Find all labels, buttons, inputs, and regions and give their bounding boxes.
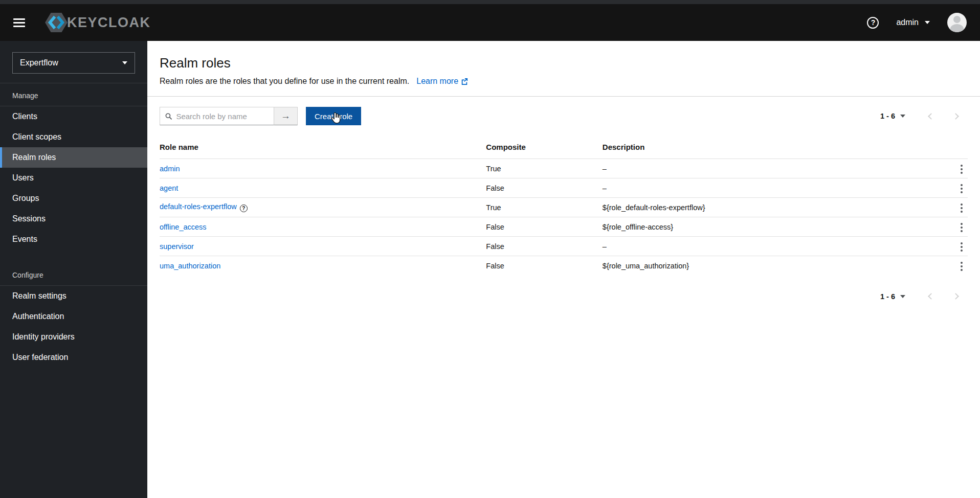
user-menu-button[interactable]: admin [896,18,930,27]
search-icon [165,112,172,120]
pagination-next-button[interactable] [943,289,968,304]
sidebar-item-clients[interactable]: Clients [0,106,147,127]
chevron-left-icon [928,293,934,300]
sidebar-item-client-scopes[interactable]: Client scopes [0,127,147,147]
row-kebab-menu[interactable] [955,162,968,177]
create-role-button[interactable]: Create role [306,107,361,125]
composite-value: False [486,256,603,276]
search-submit-button[interactable]: → [274,107,298,125]
chevron-right-icon [952,293,959,300]
search-input[interactable] [176,112,269,121]
help-icon[interactable]: ? [240,205,248,212]
brand-text: KEYCLOAK [67,15,151,31]
hamburger-menu-icon[interactable] [13,18,25,27]
description-value: – [603,178,927,198]
sidebar-item-groups[interactable]: Groups [0,188,147,209]
row-kebab-menu[interactable] [955,220,968,235]
realm-selector[interactable]: Expertflow [12,52,135,74]
realm-name: Expertflow [20,58,58,67]
pagination-range: 1 - 6 [880,292,895,301]
window-top-strip [0,0,980,4]
username-label: admin [896,18,919,27]
keycloak-logo-icon [44,12,68,33]
composite-value: False [486,237,603,256]
pagination-range: 1 - 6 [880,112,895,120]
main-content: Realm roles Realm roles are the roles th… [147,41,980,498]
table-row: default-roles-expertflow? True ${role_de… [160,198,968,217]
description-value: ${role_default-roles-expertflow} [603,198,927,217]
table-row: supervisor False – [160,237,968,256]
role-link-admin[interactable]: admin [160,165,180,173]
sidebar-item-authentication[interactable]: Authentication [0,306,147,327]
nav-section-configure-label: Configure [0,263,147,285]
sidebar-item-realm-roles[interactable]: Realm roles [0,147,147,168]
column-header-actions [927,139,968,159]
composite-value: True [486,159,603,178]
role-link-supervisor[interactable]: supervisor [160,242,194,251]
pagination-next-button[interactable] [943,108,968,124]
row-kebab-menu[interactable] [955,259,968,274]
chevron-right-icon [952,113,959,120]
row-kebab-menu[interactable] [955,181,968,196]
table-row: agent False – [160,178,968,198]
page-title: Realm roles [160,55,968,71]
page-header: Realm roles Realm roles are the roles th… [147,41,980,96]
pagination-bottom: 1 - 6 [880,289,968,304]
composite-value: False [486,178,603,198]
chevron-down-icon [900,115,905,118]
column-header-composite: Composite [486,139,603,159]
sidebar-item-user-federation[interactable]: User federation [0,347,147,368]
role-link-default-roles[interactable]: default-roles-expertflow [160,202,237,211]
description-value: – [603,159,927,178]
sidebar-item-users[interactable]: Users [0,168,147,188]
sidebar-item-events[interactable]: Events [0,229,147,250]
chevron-left-icon [928,113,934,120]
chevron-down-icon [900,295,905,298]
learn-more-label: Learn more [416,77,458,86]
keycloak-logo: KEYCLOAK [44,12,151,33]
help-icon[interactable]: ? [867,17,879,29]
create-role-label: Create role [315,112,352,121]
realm-roles-table: Role name Composite Description admin Tr… [160,139,968,276]
description-value: – [603,237,927,256]
page-description: Realm roles are the roles that you defin… [160,77,409,86]
search-box[interactable] [160,107,274,125]
roles-section: → Create role 1 - 6 [147,97,980,314]
description-value: ${role_uma_authorization} [603,256,927,276]
roles-toolbar: → Create role 1 - 6 [160,107,968,125]
chevron-down-icon [122,61,127,64]
external-link-icon [461,78,468,85]
pagination-prev-button[interactable] [919,108,943,124]
sidebar-item-identity-providers[interactable]: Identity providers [0,327,147,347]
topbar: KEYCLOAK ? admin [0,4,980,41]
nav-section-manage-label: Manage [0,83,147,106]
pagination-top: 1 - 6 [880,108,968,124]
chevron-down-icon [925,21,930,24]
column-header-role-name: Role name [160,139,486,159]
avatar[interactable] [947,13,967,32]
column-header-description: Description [603,139,927,159]
table-header-row: Role name Composite Description [160,139,968,159]
learn-more-link[interactable]: Learn more [416,77,468,86]
pagination-range-dropdown[interactable]: 1 - 6 [880,112,905,120]
row-kebab-menu[interactable] [955,239,968,255]
composite-value: False [486,217,603,237]
sidebar-item-realm-settings[interactable]: Realm settings [0,286,147,306]
sidebar-item-sessions[interactable]: Sessions [0,209,147,229]
pagination-prev-button[interactable] [919,289,943,304]
table-row: uma_authorization False ${role_uma_autho… [160,256,968,276]
composite-value: True [486,198,603,217]
row-kebab-menu[interactable] [955,200,968,216]
role-link-offline-access[interactable]: offline_access [160,223,207,231]
description-value: ${role_offline-access} [603,217,927,237]
table-row: offline_access False ${role_offline-acce… [160,217,968,237]
role-link-uma-authorization[interactable]: uma_authorization [160,262,220,270]
role-link-agent[interactable]: agent [160,184,178,192]
pagination-range-dropdown[interactable]: 1 - 6 [880,292,905,301]
table-row: admin True – [160,159,968,178]
sidebar: Expertflow Manage Clients Client scopes … [0,41,147,498]
